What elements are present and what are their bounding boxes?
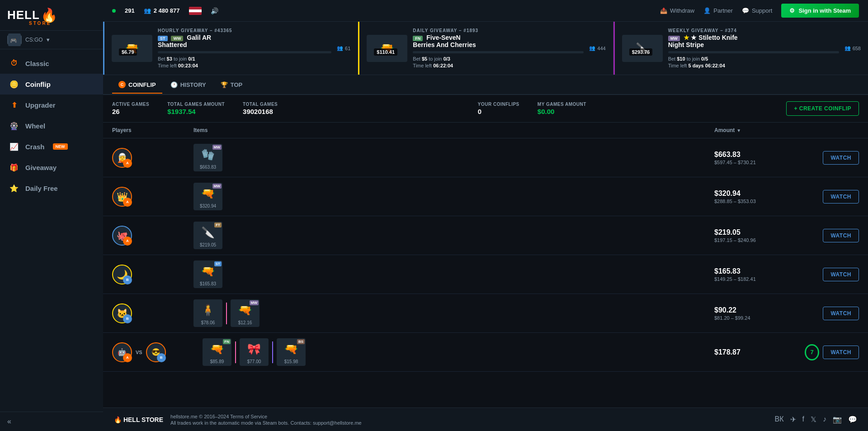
upgrader-icon: ⬆ [9, 100, 19, 110]
partner-label: Partner [713, 7, 733, 14]
sidebar-item-label-daily-free: Daily Free [25, 185, 58, 192]
vk-icon[interactable]: ВК [775, 415, 784, 424]
players-cell: 🌙 B [112, 265, 193, 284]
sidebar-item-classic[interactable]: ⏱ Classic [0, 53, 103, 74]
sidebar-item-crash[interactable]: 📈 Crash NEW [0, 136, 103, 157]
total-games-value: 39020168 [243, 108, 278, 115]
watch-button[interactable]: WATCH [823, 229, 859, 242]
partner-link[interactable]: 👤 Partner [703, 7, 733, 14]
side-indicator-2: B [157, 353, 166, 362]
players-cell: 🤖 A VS 😎 B [112, 342, 203, 362]
giveaway-progress [158, 51, 331, 53]
watch-button[interactable]: WATCH [823, 346, 859, 359]
giveaway-hourly[interactable]: 🔫 $6.79 HOURLY GIVEAWAY – #43365 ST WW G… [103, 22, 358, 75]
giveaway-image-wrap: 🔫 $110.41 [367, 35, 407, 62]
sidebar-item-coinflip[interactable]: 🪙 Coinflip [0, 74, 103, 95]
tab-coinflip[interactable]: C COINFLIP [112, 76, 162, 94]
condition-badge: MW [250, 300, 259, 305]
amount-range: $81.20 – $99.24 [714, 315, 805, 321]
amount-cell: $219.05 $197.15 – $240.96 [714, 228, 805, 243]
sidebar-item-wheel[interactable]: 🎡 Wheel [0, 115, 103, 136]
giveaway-image-wrap: 🔪 $293.76 [622, 35, 663, 62]
users-icon: 👥 [144, 7, 151, 14]
server-count: 291 [125, 7, 135, 14]
giveaway-progress [668, 51, 839, 53]
instagram-icon[interactable]: 📷 [833, 415, 842, 424]
amount-main: $663.83 [714, 151, 805, 159]
amount-cell: $663.83 $597.45 – $730.21 [714, 151, 805, 165]
condition-badge: MW [212, 145, 222, 150]
twitter-icon[interactable]: 𝕏 [811, 415, 816, 424]
amount-main: $90.22 [714, 306, 805, 314]
telegram-icon[interactable]: ✈ [790, 415, 796, 424]
amount-main: $178.87 [714, 348, 805, 356]
giveaway-info: WEEKLY GIVEAWAY – #374 MW ★ ★ Stiletto K… [668, 28, 839, 68]
new-badge: NEW [53, 143, 68, 150]
side-indicator: B [123, 314, 132, 323]
giveaway-type: DAILY GIVEAWAY – #1893 [413, 28, 584, 33]
side-indicator: B [123, 275, 132, 284]
giveaway-time: Time left 5 days 06:22:04 [668, 63, 839, 68]
withdraw-link[interactable]: 📤 Withdraw [660, 7, 694, 14]
item-price: $219.05 [200, 242, 216, 247]
sidebar: HELL 🔥 STORE 🎮 CS:GO ▼ ⏱ Classic 🪙 Coinf… [0, 0, 103, 431]
condition-badge-st: ST [214, 261, 222, 266]
tab-history[interactable]: 🕐 HISTORY [164, 77, 212, 94]
giveaway-time: Time left 06:22:04 [413, 63, 584, 68]
sidebar-item-upgrader[interactable]: ⬆ Upgrader [0, 95, 103, 115]
game-selector[interactable]: 🎮 CS:GO ▼ [0, 31, 103, 49]
create-coinflip-button[interactable]: + CREATE COINFLIP [786, 101, 859, 116]
condition-mw: MW [668, 36, 680, 41]
watch-button[interactable]: WATCH [823, 307, 859, 320]
item-price: $78.06 [201, 320, 215, 325]
logo-area: HELL 🔥 STORE [0, 0, 103, 31]
watch-button[interactable]: WATCH [823, 268, 859, 281]
action-cell: WATCH [805, 307, 859, 320]
tab-top-label: TOP [231, 81, 243, 88]
my-coinflips-value: 0 [478, 108, 519, 115]
wheel-icon: 🎡 [9, 121, 19, 131]
facebook-icon[interactable]: f [802, 415, 804, 424]
volume-icon[interactable]: 🔊 [211, 7, 218, 14]
table-row: 🌙 B ST 🔫 $165.83 $165.83 $149.25 – $182.… [103, 255, 868, 294]
discord-icon[interactable]: 💬 [848, 415, 857, 424]
watch-button[interactable]: WATCH [823, 151, 859, 165]
giveaway-weekly[interactable]: 🔪 $293.76 WEEKLY GIVEAWAY – #374 MW ★ ★ … [613, 22, 868, 75]
watch-button[interactable]: WATCH [823, 190, 859, 204]
giveaway-daily[interactable]: 🔫 $110.41 DAILY GIVEAWAY – #1893 FN Five… [358, 22, 613, 75]
amount-main: $165.83 [714, 267, 805, 275]
item-box: 🧍 $78.06 [193, 299, 222, 327]
amount-cell: $165.83 $149.25 – $182.41 [714, 267, 805, 282]
steam-signin-button[interactable]: ⚙ Sign in with Steam [781, 4, 859, 18]
flag-icon [189, 7, 202, 15]
condition-badge: FN [223, 339, 231, 344]
sort-arrow-icon[interactable]: ▼ [736, 128, 741, 133]
stat-active-games: ACTIVE GAMES 26 [112, 102, 149, 115]
table-row: 🤖 A VS 😎 B FN 🔫 $85.89 🎀 $77.00 [103, 333, 868, 372]
tab-navigation: C COINFLIP 🕐 HISTORY 🏆 TOP [103, 75, 868, 95]
item-price: $12.16 [238, 320, 252, 325]
participants-icon: 👥 [337, 45, 343, 51]
giveaway-type: WEEKLY GIVEAWAY – #374 [668, 28, 839, 33]
item-box: FN 🔫 $85.89 [203, 338, 231, 366]
item-price: $77.00 [247, 359, 261, 364]
nav-menu: ⏱ Classic 🪙 Coinflip ⬆ Upgrader 🎡 Wheel … [0, 49, 103, 412]
tiktok-icon[interactable]: ♪ [823, 415, 826, 424]
item-box: MW 🔫 $12.16 [231, 299, 259, 327]
giveaway-participants: 👥 444 [589, 45, 605, 51]
support-link[interactable]: 💬 Support [742, 7, 773, 14]
my-amount-value: $0.00 [538, 108, 586, 115]
giveaway-meta: Bet $3 to join 0/1 [158, 56, 331, 62]
collapse-button[interactable]: « [7, 417, 11, 426]
sidebar-item-daily-free[interactable]: ⭐ Daily Free [0, 178, 103, 199]
action-cell: WATCH [805, 229, 859, 242]
game-label: CS:GO [25, 37, 43, 43]
giveaway-meta: Bet $5 to join 0/3 [413, 56, 584, 62]
tab-top[interactable]: 🏆 TOP [214, 77, 249, 94]
logo[interactable]: HELL 🔥 STORE [7, 4, 48, 27]
stats-bar: ACTIVE GAMES 26 TOTAL GAMES AMOUNT $1937… [103, 95, 868, 123]
participants-icon: 👥 [844, 45, 851, 51]
topbar: 291 👥 2 480 877 🔊 📤 Withdraw 👤 Partner 💬… [103, 0, 868, 22]
sidebar-item-giveaway[interactable]: 🎁 Giveaway [0, 157, 103, 178]
player-avatar-wrap: 🐱 B [112, 303, 132, 323]
